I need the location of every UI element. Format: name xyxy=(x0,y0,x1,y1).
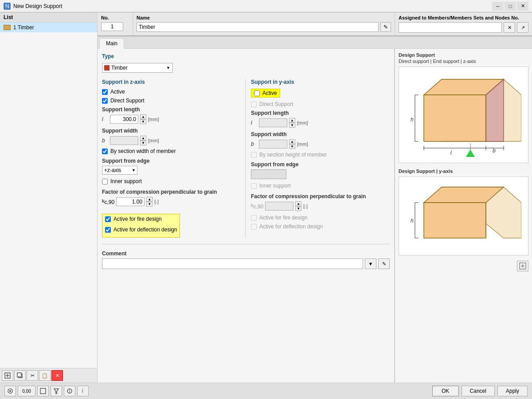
by-section-z-row: By section width of member xyxy=(102,148,241,154)
support-edge-y-title: Support from edge xyxy=(251,161,390,168)
diagram2-svg: h xyxy=(406,180,521,251)
kc90-z-down[interactable]: ▼ xyxy=(146,202,153,207)
type-section: Type Timber ▼ xyxy=(102,53,390,73)
assigned-input[interactable] xyxy=(399,22,502,33)
close-button[interactable]: ✕ xyxy=(517,2,528,11)
support-length-z-down[interactable]: ▼ xyxy=(140,119,146,124)
content-area: List 1 Timber ✂ 📋 ✕ xyxy=(0,12,532,383)
active-deflection-z-checkbox[interactable] xyxy=(105,227,111,233)
svg-text:b: b xyxy=(493,148,496,154)
kc90-z-section: Factor of compression perpendicular to g… xyxy=(102,189,241,207)
support-length-z-input[interactable] xyxy=(110,115,138,124)
support-width-z-down[interactable]: ▼ xyxy=(140,141,146,145)
type-select[interactable]: Timber xyxy=(102,63,173,73)
support-width-z-input[interactable] xyxy=(110,136,138,145)
by-section-y-checkbox[interactable] xyxy=(251,152,257,158)
edit-name-button[interactable]: ✎ xyxy=(380,22,391,32)
diagram-export-button[interactable] xyxy=(517,261,528,271)
list-items: 1 Timber xyxy=(0,23,97,368)
svg-text:N: N xyxy=(5,4,9,9)
active-z-checkbox[interactable] xyxy=(102,89,108,95)
support-z-header: Support in z-axis xyxy=(102,79,241,85)
list-item[interactable]: 1 Timber xyxy=(0,23,97,32)
svg-text:l: l xyxy=(450,150,452,156)
cancel-button[interactable]: Cancel xyxy=(462,386,495,396)
support-length-y-up[interactable]: ▲ xyxy=(289,118,295,123)
mode-button[interactable] xyxy=(64,386,75,396)
filter-button[interactable] xyxy=(51,386,62,396)
kc90-y-down[interactable]: ▼ xyxy=(295,206,301,211)
support-length-z-up[interactable]: ▲ xyxy=(140,114,146,119)
kc90-z-up[interactable]: ▲ xyxy=(146,197,153,202)
panel-toolbar: ✂ 📋 ✕ xyxy=(0,368,97,383)
tab-main[interactable]: Main xyxy=(99,38,124,49)
select-mode-button[interactable] xyxy=(37,386,49,396)
no-label: No. xyxy=(101,15,129,20)
maximize-button[interactable]: □ xyxy=(505,2,516,11)
view-button[interactable] xyxy=(4,386,16,396)
direct-support-y-checkbox[interactable] xyxy=(251,102,257,107)
tabs-bar: Main xyxy=(98,36,532,49)
support-width-y-down[interactable]: ▼ xyxy=(289,144,295,149)
by-section-z-checkbox[interactable] xyxy=(102,149,108,154)
active-fire-y-checkbox[interactable] xyxy=(251,215,257,221)
support-width-z-section: Support width b ▲ ▼ [mm] xyxy=(102,128,241,154)
diagram2-section: Design Support | y-axis xyxy=(399,168,528,255)
active-y-highlighted-section: Active xyxy=(251,89,390,98)
info-button[interactable]: i xyxy=(77,386,89,396)
active-fire-z-checkbox[interactable] xyxy=(105,216,111,222)
support-width-y-up[interactable]: ▲ xyxy=(289,139,295,144)
assigned-label: Assigned to Members/Members Sets and Nod… xyxy=(399,15,528,20)
support-width-y-input[interactable] xyxy=(259,140,287,149)
active-deflection-z-label: Active for deflection design xyxy=(113,227,177,233)
bottom-right-buttons: OK Cancel Apply xyxy=(432,386,528,396)
svg-rect-6 xyxy=(17,373,21,377)
support-edge-z-select[interactable]: +z-axis -z-axis xyxy=(102,166,137,175)
name-input[interactable] xyxy=(137,22,379,32)
minimize-button[interactable]: ─ xyxy=(492,2,504,11)
name-section: Name ✎ xyxy=(133,12,395,35)
by-section-z-label: By section width of member xyxy=(110,148,176,154)
svg-rect-38 xyxy=(40,388,46,394)
assigned-select-button[interactable]: ↗ xyxy=(517,22,528,33)
delete-button[interactable]: ✕ xyxy=(51,370,63,381)
support-from-edge-y-section: Support from edge xyxy=(251,161,390,179)
active-y-checkbox[interactable] xyxy=(254,90,260,96)
new-button[interactable] xyxy=(2,370,13,381)
active-z-label: Active xyxy=(110,89,125,95)
comment-input[interactable] xyxy=(102,258,363,269)
no-name-section: No. Name ✎ xyxy=(98,12,395,35)
assigned-row: ✕ ↗ xyxy=(399,22,528,33)
b-z-label: b xyxy=(102,137,108,144)
name-input-row: ✎ xyxy=(137,22,391,32)
support-width-y-row: b ▲ ▼ [mm] xyxy=(251,139,390,149)
support-length-y-input[interactable] xyxy=(259,118,287,127)
kc90-y-input[interactable] xyxy=(265,202,293,211)
paste-button[interactable]: 📋 xyxy=(39,370,51,381)
assigned-clear-button[interactable]: ✕ xyxy=(504,22,515,33)
apply-button[interactable]: Apply xyxy=(497,386,528,396)
kc90-y-up[interactable]: ▲ xyxy=(295,201,301,206)
by-section-y-label: By section height of member xyxy=(259,152,327,158)
direct-support-y-label: Direct Support xyxy=(259,101,293,107)
inner-support-z-checkbox[interactable] xyxy=(102,179,108,184)
ok-button[interactable]: OK xyxy=(432,386,459,396)
cut-button[interactable]: ✂ xyxy=(27,370,38,381)
support-width-z-up[interactable]: ▲ xyxy=(140,136,146,141)
support-length-y-down[interactable]: ▼ xyxy=(289,123,295,128)
inner-support-y-checkbox[interactable] xyxy=(251,183,257,189)
direct-support-z-checkbox[interactable] xyxy=(102,98,108,104)
copy-button[interactable] xyxy=(14,370,26,381)
comment-label: Comment xyxy=(102,250,390,257)
kc90-z-title: Factor of compression perpendicular to g… xyxy=(102,189,241,195)
coordinate-button[interactable]: 0,00 xyxy=(18,386,35,396)
comment-edit-button[interactable]: ✎ xyxy=(378,258,390,269)
active-deflection-y-checkbox[interactable] xyxy=(251,224,257,230)
diagram1-section: Design Support Direct support | End supp… xyxy=(399,52,528,163)
name-label: Name xyxy=(137,15,391,20)
no-input[interactable] xyxy=(101,22,123,31)
comment-expand-button[interactable]: ▼ xyxy=(365,258,376,269)
kc90-z-input[interactable] xyxy=(116,197,145,206)
type-color-icon xyxy=(104,65,110,70)
fire-deflection-z-section: Active for fire design Active for deflec… xyxy=(102,214,180,238)
